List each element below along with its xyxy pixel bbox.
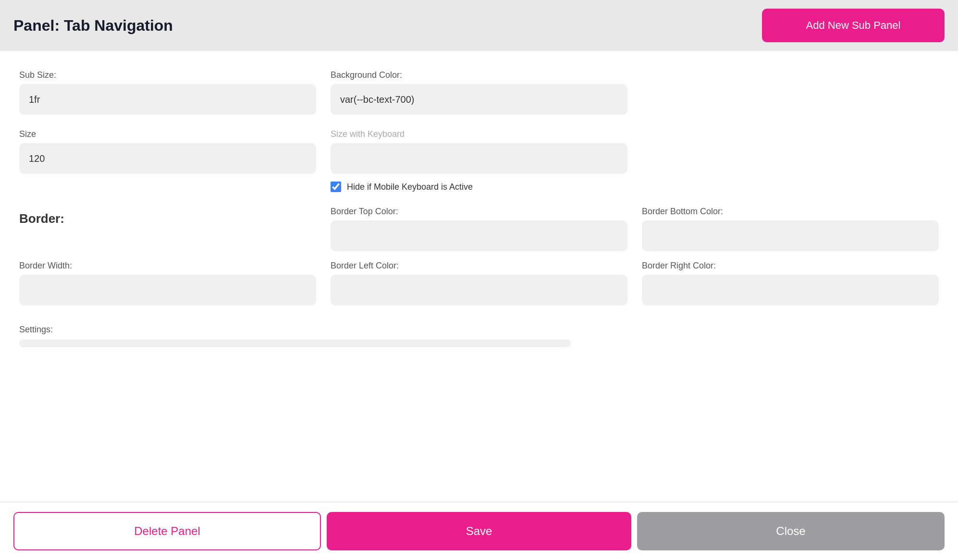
page-title: Panel: Tab Navigation [13,17,173,35]
save-button[interactable]: Save [327,512,631,550]
background-color-group: Background Color: [331,70,627,115]
size-with-keyboard-input[interactable] [331,143,627,174]
border-right-color-label: Border Right Color: [642,261,939,271]
hide-keyboard-row: Hide if Mobile Keyboard is Active [331,182,627,192]
settings-bar [19,340,571,347]
size-group: Size [19,129,316,192]
border-left-color-input[interactable] [331,275,627,305]
add-sub-panel-button[interactable]: Add New Sub Panel [762,9,945,42]
settings-label: Settings: [19,325,939,335]
sub-size-input[interactable] [19,84,316,115]
border-bottom-color-group: Border Bottom Color: [642,207,939,251]
border-top-color-input[interactable] [331,220,627,251]
sub-size-group: Sub Size: [19,70,316,115]
close-button[interactable]: Close [637,512,945,550]
border-bottom-color-label: Border Bottom Color: [642,207,939,217]
border-right-color-input[interactable] [642,275,939,305]
border-left-color-label: Border Left Color: [331,261,627,271]
border-top-color-group: Border Top Color: [331,207,627,251]
delete-panel-button[interactable]: Delete Panel [13,512,321,550]
size-with-keyboard-group: Size with Keyboard Hide if Mobile Keyboa… [331,129,627,192]
main-content: Sub Size: Background Color: Size Size wi… [0,51,958,502]
border-right-color-group: Border Right Color: [642,261,939,305]
border-width-input[interactable] [19,275,316,305]
footer: Delete Panel Save Close [0,502,958,560]
row-sub-size-bg: Sub Size: Background Color: [19,70,939,115]
size-label: Size [19,129,316,139]
size-with-keyboard-label: Size with Keyboard [331,129,627,139]
sub-size-label: Sub Size: [19,70,316,80]
border-top-color-label: Border Top Color: [331,207,627,217]
border-width-label: Border Width: [19,261,316,271]
background-color-input[interactable] [331,84,627,115]
page-header: Panel: Tab Navigation Add New Sub Panel [0,0,958,51]
border-row-2: Border Width: Border Left Color: Border … [19,261,939,305]
border-section-label: Border: [19,211,316,226]
border-left-color-group: Border Left Color: [331,261,627,305]
background-color-label: Background Color: [331,70,627,80]
row-size-keyboard: Size Size with Keyboard Hide if Mobile K… [19,129,939,192]
border-section: Border: Border Top Color: Border Bottom … [19,207,939,320]
border-width-group: Border Width: [19,261,316,305]
hide-keyboard-label: Hide if Mobile Keyboard is Active [347,182,473,192]
size-input[interactable] [19,143,316,174]
border-bottom-color-input[interactable] [642,220,939,251]
hide-keyboard-checkbox[interactable] [331,182,341,192]
settings-section: Settings: [19,325,939,347]
